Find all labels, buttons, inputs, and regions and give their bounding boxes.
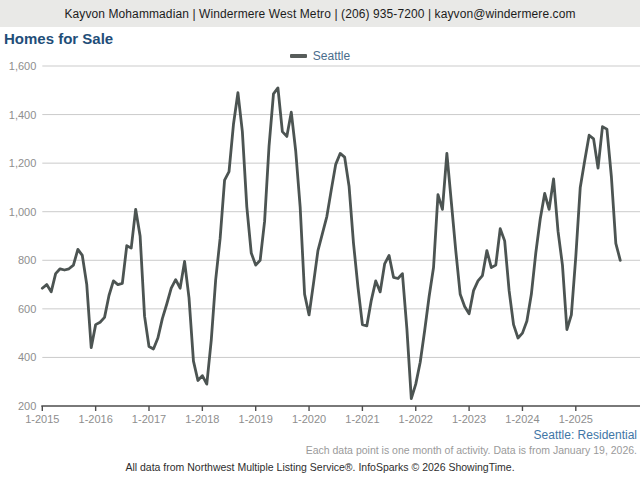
y-axis-label: 600 [18,303,36,315]
series-line-seattle[interactable] [42,88,620,399]
data-note: Each data point is one month of activity… [137,444,637,456]
y-axis-label: 1,600 [9,60,37,72]
x-axis-label: 1-2015 [25,413,59,425]
x-axis-label: 1-2022 [399,413,433,425]
y-axis-label: 1,400 [9,109,37,121]
x-axis-label: 1-2020 [292,413,326,425]
x-axis-label: 1-2016 [79,413,113,425]
x-axis-label: 1-2019 [239,413,273,425]
chart-area[interactable]: 2004006008001,0001,2001,4001,6001-20151-… [0,0,640,480]
y-axis-label: 1,000 [9,206,37,218]
y-axis-label: 800 [18,254,36,266]
attribution-note: All data from Northwest Multiple Listing… [0,461,640,473]
market-label-link[interactable]: Seattle: Residential [237,428,637,442]
x-axis-label: 1-2021 [345,413,379,425]
y-axis-label: 400 [18,351,36,363]
x-axis-label: 1-2024 [505,413,539,425]
x-axis-label: 1-2017 [132,413,166,425]
y-axis-label: 1,200 [9,157,37,169]
x-axis-label: 1-2023 [452,413,486,425]
homes-for-sale-line-chart[interactable]: 2004006008001,0001,2001,4001,6001-20151-… [0,0,640,480]
y-axis-label: 200 [18,400,36,412]
x-axis-label: 1-2025 [559,413,593,425]
x-axis-label: 1-2018 [185,413,219,425]
